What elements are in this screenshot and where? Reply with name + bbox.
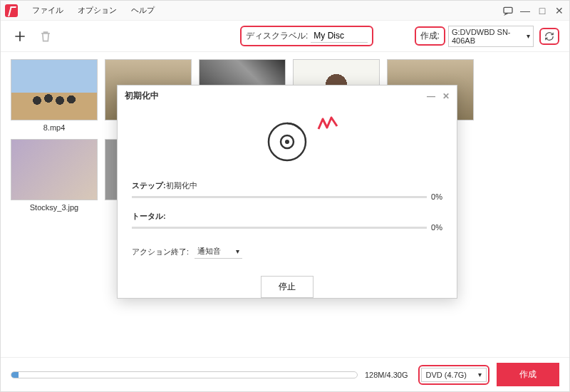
svg-point-5	[285, 140, 289, 144]
create-label: 作成:	[415, 26, 445, 46]
stop-button[interactable]: 停止	[261, 276, 314, 298]
disc-label-text: ディスクラベル:	[246, 30, 308, 42]
drive-value: G:DVDWBD SN-406AB	[452, 28, 527, 45]
sparkle-icon	[317, 115, 338, 138]
refresh-button[interactable]	[544, 31, 555, 42]
add-button[interactable]	[11, 27, 29, 46]
thumbnail-image	[11, 139, 98, 200]
menu-help[interactable]: ヘルプ	[124, 5, 162, 16]
total-progress-bar	[132, 227, 427, 229]
maximize-icon[interactable]: □	[537, 5, 548, 16]
disc-label-input[interactable]	[311, 29, 368, 43]
titlebar: ファイル オプション ヘルプ — □ ✕	[1, 1, 569, 21]
close-icon[interactable]: ✕	[554, 5, 565, 16]
drive-select[interactable]: G:DVDWBD SN-406AB ▾	[448, 26, 534, 47]
feedback-icon[interactable]	[502, 5, 514, 16]
action-end-label: アクション終了:	[132, 247, 189, 257]
total-percent: 0%	[431, 223, 442, 232]
thumbnail-item[interactable]: Stocksy_3.jpg	[11, 139, 98, 212]
step-percent: 0%	[431, 192, 442, 201]
action-end-select[interactable]: 通知音	[195, 244, 242, 259]
toolbar: ディスクラベル: 作成: G:DVDWBD SN-406AB ▾	[1, 21, 569, 52]
thumbnail-name: 8.mp4	[43, 123, 66, 132]
minimize-icon[interactable]: —	[519, 5, 531, 16]
step-label: ステップ:	[132, 180, 166, 191]
dialog-title: 初期化中	[125, 90, 159, 102]
disc-icon	[266, 120, 309, 163]
dialog-minimize-icon[interactable]: —	[427, 91, 435, 101]
dialog-close-icon[interactable]: ✕	[442, 91, 450, 101]
create-button[interactable]: 作成	[497, 363, 559, 386]
app-logo	[5, 4, 18, 17]
action-end-value: 通知音	[197, 246, 221, 257]
menu-options[interactable]: オプション	[71, 5, 124, 16]
chevron-down-icon: ▾	[527, 32, 530, 40]
thumbnail-image	[11, 59, 98, 120]
disc-type-select[interactable]: DVD (4.7G) ▾	[421, 368, 487, 382]
step-value: 初期化中	[166, 180, 197, 191]
delete-button[interactable]	[36, 27, 55, 46]
disc-label-group: ディスクラベル:	[240, 26, 373, 46]
capacity-bar	[11, 371, 358, 378]
chevron-down-icon: ▾	[478, 371, 482, 378]
capacity-text: 128M/4.30G	[365, 371, 408, 379]
step-progress-bar	[132, 196, 427, 198]
total-label: トータル:	[132, 211, 166, 222]
thumbnail-name: Stocksy_3.jpg	[30, 203, 78, 212]
menu-file[interactable]: ファイル	[25, 5, 71, 16]
progress-dialog: 初期化中 — ✕ ステップ: 初期化	[117, 85, 457, 299]
footer: 128M/4.30G DVD (4.7G) ▾ 作成	[1, 357, 569, 391]
thumbnail-item[interactable]: 8.mp4	[11, 59, 98, 132]
disc-type-value: DVD (4.7G)	[426, 371, 467, 379]
svg-rect-0	[504, 7, 512, 13]
